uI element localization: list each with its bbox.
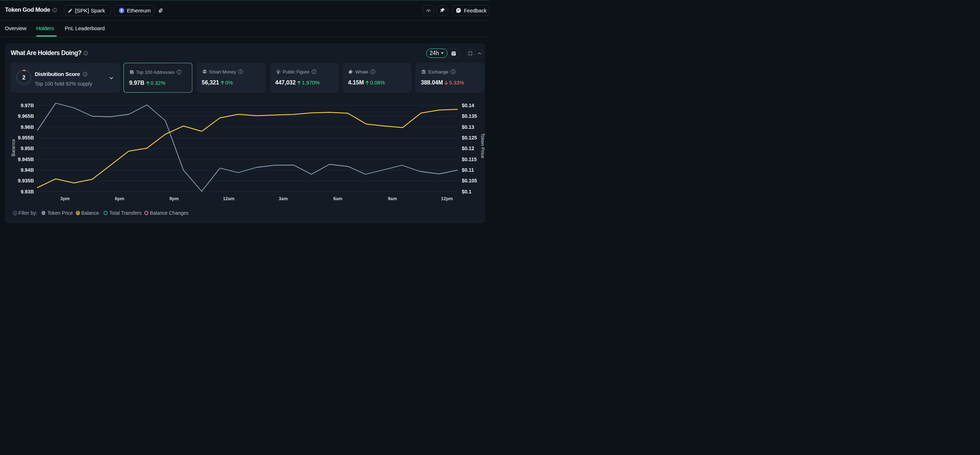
svg-text:9.93B: 9.93B (21, 189, 34, 194)
svg-text:9.935B: 9.935B (18, 178, 34, 183)
svg-text:9.96B: 9.96B (21, 124, 34, 130)
svg-text:9am: 9am (388, 196, 397, 201)
svg-text:9.945B: 9.945B (18, 156, 34, 162)
svg-text:$0.115: $0.115 (462, 156, 477, 162)
svg-text:12pm: 12pm (441, 196, 453, 201)
svg-text:$0.14: $0.14 (462, 103, 474, 108)
svg-text:9.94B: 9.94B (21, 167, 34, 173)
svg-text:9.95B: 9.95B (21, 145, 34, 151)
svg-text:Balance: Balance (11, 139, 16, 156)
svg-text:9pm: 9pm (170, 196, 179, 201)
svg-text:9.97B: 9.97B (21, 103, 34, 108)
svg-text:$0.1: $0.1 (462, 189, 472, 194)
svg-text:9.955B: 9.955B (18, 135, 34, 140)
svg-text:6am: 6am (333, 196, 342, 201)
svg-text:$0.105: $0.105 (462, 178, 477, 183)
svg-text:$0.11: $0.11 (462, 167, 474, 173)
svg-text:$0.12: $0.12 (462, 145, 474, 151)
svg-text:Token Price: Token Price (480, 133, 485, 158)
svg-text:3am: 3am (278, 196, 288, 201)
svg-text:$0.125: $0.125 (462, 135, 477, 140)
svg-text:$0.13: $0.13 (462, 124, 474, 130)
svg-text:12am: 12am (223, 196, 234, 201)
svg-text:$0.135: $0.135 (462, 113, 477, 119)
svg-text:6pm: 6pm (115, 196, 124, 201)
svg-text:3pm: 3pm (60, 196, 70, 201)
svg-text:9.965B: 9.965B (18, 113, 34, 119)
